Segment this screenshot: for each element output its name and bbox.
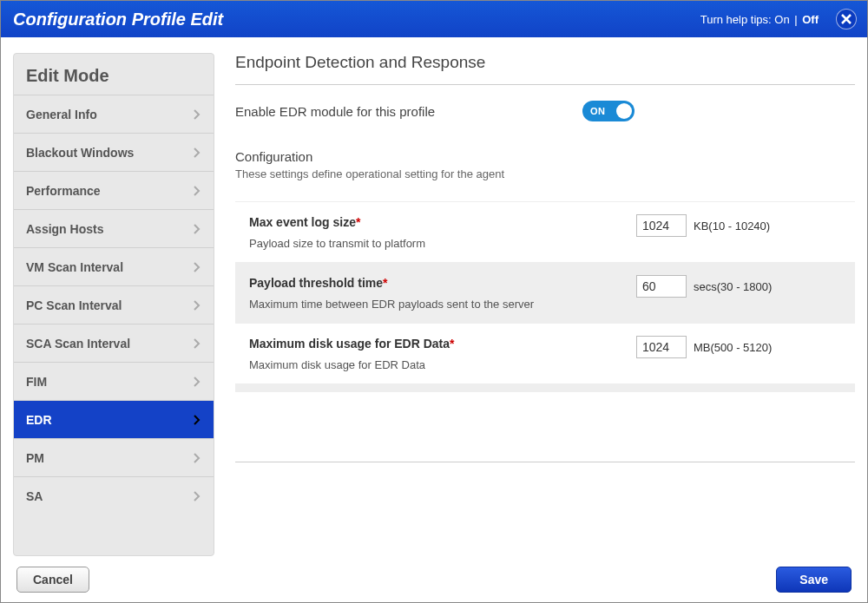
field-label: Payload threshold time* — [249, 276, 388, 290]
sidebar-item-general-info[interactable]: General Info — [14, 95, 214, 133]
chevron-right-icon — [193, 223, 201, 235]
sidebar-item-performance[interactable]: Performance — [14, 171, 214, 209]
field-unit: MB(500 - 5120) — [694, 341, 772, 354]
main-panel: Endpoint Detection and Response Enable E… — [214, 53, 855, 556]
sidebar-item-label: VM Scan Interval — [26, 260, 123, 274]
field-max-disk-usage: Maximum disk usage for EDR Data* Maximum… — [235, 323, 855, 383]
dialog-title: Configuration Profile Edit — [13, 10, 223, 29]
sidebar-item-fim[interactable]: FIM — [14, 362, 214, 400]
sidebar-item-label: SCA Scan Interval — [26, 337, 130, 351]
sidebar-item-label: FIM — [26, 375, 47, 389]
sidebar-item-edr[interactable]: EDR — [14, 400, 214, 438]
divider-strip — [235, 383, 855, 392]
field-desc: Maximum disk usage for EDR Data — [249, 358, 636, 371]
sidebar-item-label: Performance — [26, 184, 101, 198]
enable-label: Enable EDR module for this profile — [235, 104, 582, 119]
sidebar-item-label: PM — [26, 451, 44, 465]
sidebar-item-label: SA — [26, 489, 43, 503]
enable-toggle[interactable]: ON — [582, 101, 635, 121]
field-max-event-log: Max event log size* Payload size to tran… — [235, 201, 855, 262]
content-divider — [235, 462, 855, 462]
help-tips-prefix: Turn help tips: — [700, 13, 775, 26]
help-off-link[interactable]: Off — [802, 13, 819, 26]
chevron-right-icon — [193, 376, 201, 388]
chevron-right-icon — [193, 185, 201, 197]
chevron-right-icon — [193, 299, 201, 311]
payload-threshold-input[interactable] — [636, 275, 687, 298]
sidebar-item-assign-hosts[interactable]: Assign Hosts — [14, 209, 214, 247]
help-separator: | — [792, 13, 801, 26]
field-label: Max event log size* — [249, 215, 360, 229]
sidebar-item-sca-scan-interval[interactable]: SCA Scan Interval — [14, 324, 214, 362]
panel-heading: Endpoint Detection and Response — [235, 53, 855, 85]
dialog-header: Configuration Profile Edit Turn help tip… — [1, 1, 867, 37]
required-asterisk: * — [356, 215, 360, 229]
chevron-right-icon — [193, 261, 201, 273]
close-icon — [841, 14, 852, 24]
sidebar-item-label: Assign Hosts — [26, 222, 103, 236]
chevron-right-icon — [193, 414, 201, 426]
config-subtext: These settings define operational settin… — [235, 167, 855, 180]
required-asterisk: * — [383, 276, 387, 290]
field-desc: Payload size to transmit to platform — [249, 237, 636, 250]
sidebar-item-label: General Info — [26, 108, 97, 121]
chevron-right-icon — [193, 147, 201, 159]
sidebar-item-label: PC Scan Interval — [26, 298, 122, 312]
config-heading: Configuration — [235, 149, 855, 164]
sidebar-item-vm-scan-interval[interactable]: VM Scan Interval — [14, 247, 214, 285]
field-unit: secs(30 - 1800) — [694, 280, 772, 293]
sidebar: Edit Mode General Info Blackout Windows … — [13, 53, 214, 556]
chevron-right-icon — [193, 108, 201, 121]
sidebar-item-pm[interactable]: PM — [14, 438, 214, 476]
chevron-right-icon — [193, 490, 201, 502]
toggle-on-text: ON — [590, 106, 606, 116]
save-button[interactable]: Save — [776, 567, 852, 593]
sidebar-item-label: Blackout Windows — [26, 146, 134, 160]
chevron-right-icon — [193, 452, 201, 464]
sidebar-item-sa[interactable]: SA — [14, 476, 214, 515]
field-desc: Maximum time between EDR payloads sent t… — [249, 298, 636, 311]
cancel-button[interactable]: Cancel — [16, 567, 89, 593]
chevron-right-icon — [193, 338, 201, 350]
required-asterisk: * — [450, 337, 454, 351]
sidebar-item-blackout-windows[interactable]: Blackout Windows — [14, 133, 214, 171]
help-tips: Turn help tips: On | Off — [700, 13, 819, 26]
dialog-body: Edit Mode General Info Blackout Windows … — [1, 37, 867, 556]
field-payload-threshold: Payload threshold time* Maximum time bet… — [235, 262, 855, 323]
max-event-log-input[interactable] — [636, 214, 687, 237]
field-label: Maximum disk usage for EDR Data* — [249, 337, 455, 351]
sidebar-item-pc-scan-interval[interactable]: PC Scan Interval — [14, 285, 214, 324]
sidebar-title: Edit Mode — [14, 54, 214, 95]
field-unit: KB(10 - 10240) — [694, 220, 770, 233]
toggle-knob — [616, 103, 632, 119]
help-on-link[interactable]: On — [774, 13, 789, 26]
close-button[interactable] — [836, 9, 857, 29]
enable-row: Enable EDR module for this profile ON — [235, 101, 855, 121]
dialog-footer: Cancel Save — [1, 556, 867, 603]
sidebar-item-label: EDR — [26, 413, 52, 427]
max-disk-usage-input[interactable] — [636, 336, 687, 358]
